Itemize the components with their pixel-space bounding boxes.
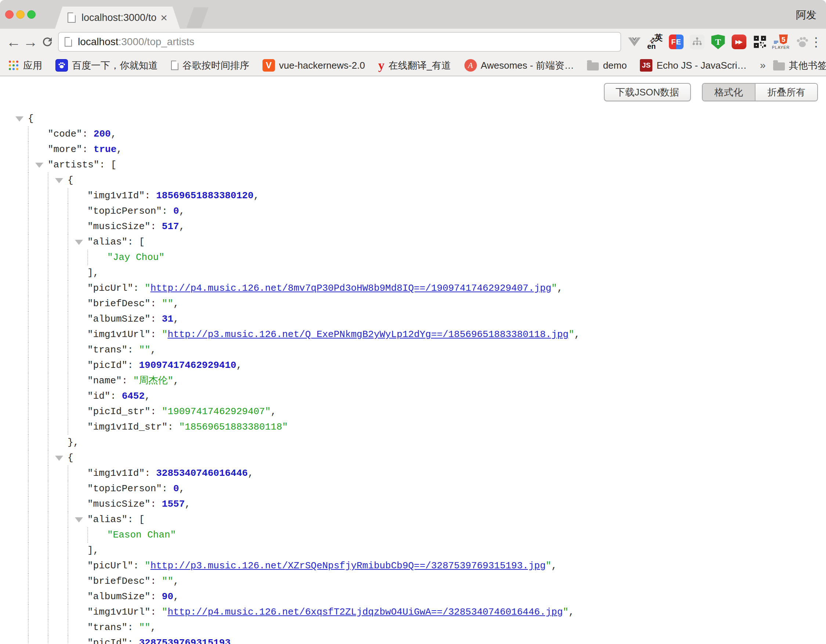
indent-guide [48, 604, 48, 620]
json-token-p: : [151, 406, 162, 417]
bookmark-label: 在线翻译_有道 [388, 59, 451, 72]
bookmark-label: 谷歌按时间排序 [182, 59, 249, 72]
indent-guide [68, 620, 68, 635]
bookmark-demo-folder[interactable]: demo [587, 60, 627, 71]
indent-guide [28, 358, 29, 373]
translate-extension-icon[interactable]: 英 en ⇄ [647, 33, 663, 51]
json-token-p: : [127, 345, 139, 355]
json-url-link[interactable]: http://p4.music.126.net/8mv7qP30Pd3oHW8b… [151, 283, 551, 294]
indent-guide [28, 527, 29, 543]
json-line: "id": 6452, [0, 388, 826, 404]
profile-name[interactable]: 阿发 [796, 8, 817, 22]
json-token-p: , [116, 144, 122, 155]
json-token-p: , [231, 638, 236, 644]
tab-close-icon[interactable]: × [160, 12, 168, 23]
json-url-link[interactable]: http://p4.music.126.net/6xqsfT2ZLjdqzbwO… [168, 607, 563, 618]
qrcode-extension-icon[interactable] [752, 33, 768, 51]
json-token-n: 6452 [122, 391, 144, 402]
toolbar: ← → localhost:3000/top_artists 英 en ⇄ [0, 29, 826, 55]
fe-extension-icon[interactable]: FE [668, 33, 684, 51]
indent-guide [68, 543, 68, 558]
json-line: "img1v1Id": 3285340746016446, [0, 466, 826, 481]
collapse-arrow-icon[interactable] [55, 456, 63, 461]
indent-guide [68, 265, 68, 281]
bookmark-youdao[interactable]: y 在线翻译_有道 [378, 59, 451, 72]
vue-devtools-icon[interactable] [626, 33, 643, 51]
indent-guide [68, 404, 68, 419]
bookmark-google-sort[interactable]: 谷歌按时间排序 [171, 59, 249, 72]
json-line: "Eason Chan" [0, 527, 826, 543]
indent-guide [28, 234, 29, 250]
browser-menu-button[interactable]: ⋮ [810, 34, 821, 49]
indent-guide [68, 296, 68, 311]
json-token-p: , [574, 329, 580, 340]
indent-guide [68, 574, 68, 589]
json-line: "alias": [ [0, 234, 826, 250]
back-button[interactable]: ← [5, 34, 22, 49]
indent-guide [68, 481, 68, 497]
json-token-s: "" [139, 345, 150, 355]
fullscreen-window-button[interactable] [27, 10, 36, 19]
indent-guide [48, 481, 48, 497]
collapse-arrow-icon[interactable] [75, 517, 83, 523]
json-token-s: "" [162, 298, 173, 309]
collapse-arrow-icon[interactable] [16, 116, 23, 121]
html5-player-icon[interactable]: 5 PLAYER [773, 33, 789, 51]
collapse-all-button[interactable]: 折叠所有 [755, 84, 817, 101]
json-line: { [0, 111, 826, 126]
indent-guide [48, 219, 48, 234]
paw-extension-icon[interactable] [794, 33, 810, 51]
indent-guide [28, 327, 29, 342]
json-token-s: "18569651883380118" [179, 422, 288, 433]
indent-guide [48, 589, 48, 604]
json-url-link[interactable]: http://p3.music.126.net/Q_ExePNkmgB2yWyL… [168, 329, 568, 340]
json-token-k: "name" [87, 375, 122, 386]
collapse-arrow-icon[interactable] [75, 240, 83, 245]
forward-button[interactable]: → [22, 34, 39, 49]
json-line: "img1v1Id": 18569651883380120, [0, 188, 826, 203]
minimize-window-button[interactable] [16, 10, 25, 19]
sitemap-icon [692, 37, 702, 47]
json-line: "briefDesc": "", [0, 296, 826, 311]
indent-guide [87, 527, 88, 543]
json-token-k: "topicPerson" [87, 206, 162, 217]
json-token-k: "trans" [87, 622, 127, 633]
json-token-s: "Jay Chou" [107, 252, 165, 263]
close-window-button[interactable] [5, 10, 14, 19]
page-icon [68, 12, 76, 23]
json-token-k: "img1v1Id_str" [87, 422, 168, 433]
collapse-arrow-icon[interactable] [55, 178, 63, 183]
sitemap-extension-icon[interactable] [689, 33, 705, 51]
other-bookmarks[interactable]: 其他书签 [773, 59, 826, 72]
new-tab-button[interactable] [186, 7, 208, 28]
json-token-s: " [569, 329, 574, 340]
reload-button[interactable] [39, 35, 56, 48]
json-token-p: { [28, 113, 34, 124]
active-tab[interactable]: localhost:3000/top_artists × [55, 6, 180, 29]
bookmark-apps[interactable]: 应用 [8, 59, 42, 72]
collapse-arrow-icon[interactable] [35, 163, 43, 168]
json-token-p: ], [87, 545, 99, 556]
video-fastforward-icon[interactable]: ▶▶ [731, 33, 747, 51]
json-token-p: : [151, 221, 162, 232]
bookmark-awesomes[interactable]: A Awesomes - 前端资… [464, 59, 574, 72]
json-token-n: 0 [173, 206, 179, 217]
folder-icon [773, 62, 785, 70]
address-bar[interactable]: localhost:3000/top_artists [58, 32, 621, 52]
bookmark-vue-hackernews[interactable]: V vue-hackernews-2.0 [262, 59, 365, 71]
bookmarks-overflow-chevron[interactable]: » [760, 59, 766, 71]
json-token-k: "alias" [87, 236, 127, 247]
indent-guide [48, 404, 48, 419]
indent-guide [28, 373, 29, 388]
json-token-p: : [151, 499, 162, 510]
download-json-button[interactable]: 下载JSON数据 [604, 83, 691, 101]
bookmark-echojs[interactable]: JS Echo JS - JavaScri… [640, 59, 747, 71]
bookmark-baidu[interactable]: 百度一下，你就知道 [56, 59, 158, 72]
format-button[interactable]: 格式化 [703, 84, 755, 101]
json-token-n: 3285340746016446 [156, 468, 248, 479]
youdao-y-icon: y [378, 59, 384, 71]
tampermonkey-icon[interactable]: T [710, 33, 726, 51]
tab-title: localhost:3000/top_artists [81, 12, 157, 23]
json-url-link[interactable]: http://p3.music.126.net/XZrSQeNpsfjyRmib… [151, 560, 546, 571]
json-token-k: "id" [87, 391, 110, 402]
